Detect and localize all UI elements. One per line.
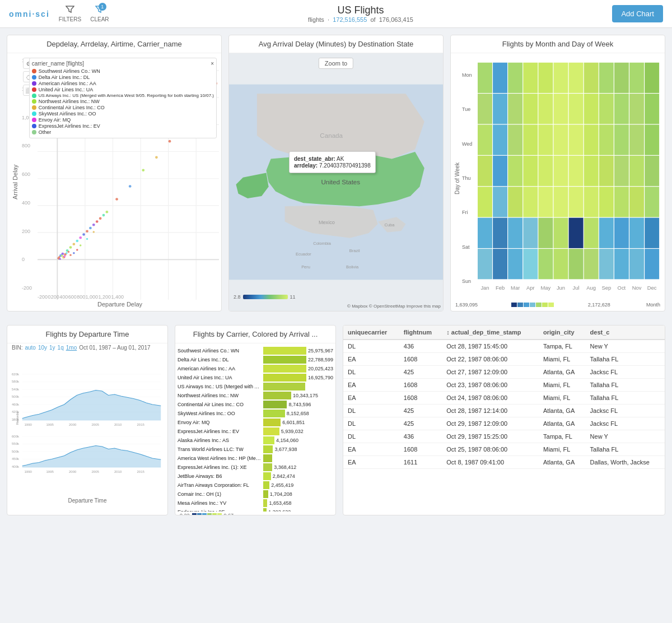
carrier-label: Alaska Airlines Inc.: AS [178,438,263,443]
svg-text:Jan: Jan [480,285,489,291]
cell-uniquecarrier: DL [343,430,399,443]
map-zoom-control[interactable]: Zoom to [319,58,353,69]
map-content[interactable]: Zoom to Canada United States Mexico [229,53,443,311]
svg-text:2005: 2005 [92,470,100,473]
svg-rect-122 [508,187,522,217]
legend-dot-dl [32,75,36,80]
legend-dot-wn [32,69,36,73]
legend-title-text: carrier_name [flights] [32,61,84,67]
col-flightnum[interactable]: flightnum [399,326,442,340]
carrier-value: 25,975,967 [308,348,333,354]
page-title: US Flights [308,4,413,16]
carrier-title: Flights by Carrier, Colored by Arrival .… [175,326,335,343]
svg-rect-136 [538,218,553,248]
svg-rect-139 [584,218,599,248]
carrier-bar-item: ExpressJet Airlines Inc.: EV 5,939,032 [178,427,333,435]
cell-flightnum: 425 [399,366,442,379]
timeseries-title: Flights by Departure Time [7,326,167,343]
svg-rect-142 [629,218,644,248]
svg-point-34 [102,214,105,217]
cell-actual-dep: Oct 25, 1987 08:06:00 [442,443,539,456]
cell-uniquecarrier: EA [343,379,399,392]
svg-text:500k: 500k [12,395,20,398]
col-uniquecarrier[interactable]: uniquecarrier [343,326,399,340]
svg-rect-155 [645,249,659,279]
heatmap-x-label: Month [644,302,660,308]
bin-1y[interactable]: 1y [49,345,55,351]
svg-rect-132 [478,218,492,248]
svg-text:Jun: Jun [557,285,565,291]
map-tooltip: dest_state_abr: AK arrdelay: 7.204037870… [289,151,376,173]
col-actual-dep[interactable]: ↕ actual_dep_time_stamp [442,326,539,340]
heatmap-row-labels: Mon Tue Wed Thu Fri Sat Sun [461,55,478,301]
svg-rect-84 [478,94,492,124]
scatter-chart-panel: Depdelay, Arrdelay, Airtime, Carrier_nam… [7,35,222,312]
filters-button[interactable]: FILTERS [59,5,81,22]
svg-rect-97 [493,125,507,155]
table-content[interactable]: uniquecarrier flightnum ↕ actual_dep_tim… [343,326,665,494]
svg-rect-72 [478,63,492,93]
svg-rect-117 [614,156,629,186]
carrier-value: 1,704,208 [270,491,292,497]
carrier-bar-fill [263,410,285,417]
legend-item-co: Continental Air Lines Inc.: CO [32,105,214,110]
cell-actual-dep: Oct 8, 1987 09:41:00 [442,456,539,469]
carrier-bar-item: Mesa Airlines Inc.: YV 1,653,458 [178,499,333,507]
cell-dest-c: New Y [586,340,665,353]
carrier-bar-container: 8,743,596 [263,401,333,408]
cell-flightnum: 1608 [399,379,442,392]
svg-text:Colombia: Colombia [313,241,331,246]
col-origin-city[interactable]: origin_city [539,326,586,340]
svg-rect-130 [629,187,644,217]
col-dest-c[interactable]: dest_c [586,326,665,340]
svg-text:450k: 450k [12,457,20,461]
svg-rect-106 [629,125,644,155]
cell-origin-city: Tampa, FL [539,340,586,353]
svg-rect-85 [493,94,507,124]
clear-button[interactable]: 1 1 CLEAR [90,5,109,22]
bin-1q[interactable]: 1q [58,345,64,351]
cell-dest-c: Tallaha FL [586,392,665,405]
svg-point-26 [76,240,78,243]
svg-text:580k: 580k [12,380,20,383]
carrier-bar-fill [263,445,273,453]
svg-rect-94 [629,94,644,124]
svg-rect-107 [645,125,659,155]
carrier-bar-container: 3,677,938 [263,445,333,453]
cell-dest-c: New Y [586,430,665,443]
svg-rect-115 [584,156,599,186]
svg-text:2000: 2000 [69,470,77,473]
svg-point-24 [69,246,72,249]
scatter-legend: carrier_name [flights] × Southwest Airli… [29,58,217,138]
svg-point-27 [79,236,82,239]
svg-rect-141 [614,218,629,248]
table-row: EA 1608 Oct 23, 1987 08:06:00 Miami, FL … [343,379,665,392]
cell-origin-city: Miami, FL [539,443,586,456]
svg-point-55 [73,252,75,254]
svg-text:2015: 2015 [137,423,145,426]
legend-close-icon[interactable]: × [211,61,214,67]
bin-10y[interactable]: 10y [38,345,47,351]
svg-rect-95 [645,94,659,124]
scatter-title: Depdelay, Arrdelay, Airtime, Carrier_nam… [7,35,221,53]
map-legend-min: 2.8 [234,294,241,300]
svg-text:1990: 1990 [25,423,32,426]
bin-1mo[interactable]: 1mo [66,345,77,351]
cell-origin-city: Tampa, FL [539,430,586,443]
carrier-bar-fill [263,419,281,426]
subtitle-prefix: flights [308,16,324,23]
carrier-bar-item: Northwest Airlines Inc.: NW 10,343,175 [178,392,333,399]
svg-text:2005: 2005 [92,423,100,426]
carrier-bar-item: America West Airlines Inc.: HP (Merged w… [178,454,333,462]
bin-auto[interactable]: auto [25,345,35,351]
svg-text:400k: 400k [12,465,20,468]
carrier-bar-item: Delta Air Lines Inc.: DL 22,788,599 [178,356,333,364]
carrier-content[interactable]: Southwest Airlines Co.: WN 25,975,967 De… [175,343,335,512]
carrier-label: Northwest Airlines Inc.: NW [178,393,263,398]
svg-rect-109 [493,156,507,186]
carrier-label: American Airlines Inc.: AA [178,366,263,371]
add-chart-button[interactable]: Add Chart [612,5,663,22]
table-row: EA 1608 Oct 25, 1987 08:06:00 Miami, FL … [343,443,665,456]
table-row: DL 425 Oct 27, 1987 12:09:00 Atlanta, GA… [343,366,665,379]
logo: omni·sci [9,10,50,18]
